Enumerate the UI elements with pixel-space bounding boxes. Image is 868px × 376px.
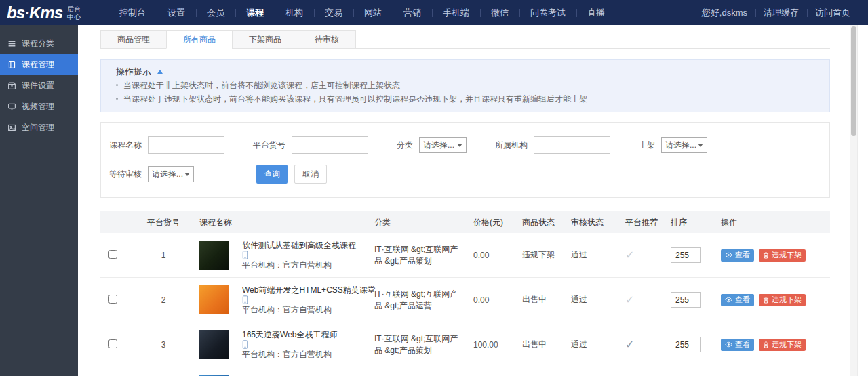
tab-all-goods[interactable]: 所有商品 <box>166 30 233 49</box>
sidebar-item-space-management[interactable]: 空间管理 <box>0 117 78 138</box>
nav-item-website[interactable]: 网站 <box>353 0 393 25</box>
book-icon <box>7 60 16 69</box>
audit-select[interactable]: 请选择... <box>148 166 194 182</box>
admin-screen: bs·Kms 后台 中心 控制台 设置 会员 课程 机构 交易 网站 营销 手机… <box>0 0 868 376</box>
header-recommend: 平台推荐 <box>622 217 671 228</box>
sku-label: 平台货号 <box>253 140 285 151</box>
tab-offshelf-goods[interactable]: 下架商品 <box>232 30 298 49</box>
monitor-icon <box>7 102 16 111</box>
mobile-icon <box>242 340 248 349</box>
nav-item-institutions[interactable]: 机构 <box>275 0 314 25</box>
course-name[interactable]: Web前端开发之HTML+CSS精英课堂 <box>242 285 376 295</box>
course-thumbnail <box>199 241 229 270</box>
course-name[interactable]: 软件测试从基础到高级全栈课程 <box>242 241 356 250</box>
nav-item-console[interactable]: 控制台 <box>108 0 157 25</box>
status-value: 违规下架 <box>522 249 571 261</box>
visit-home-link[interactable]: 访问首页 <box>807 0 859 25</box>
sort-input[interactable] <box>671 247 701 263</box>
logo-text: bs·Kms <box>7 3 62 22</box>
row-checkbox[interactable] <box>108 339 117 348</box>
notice-title: 操作提示 <box>116 66 814 78</box>
archive-box-icon <box>7 81 16 90</box>
category-value: IT·互联网 &gt;互联网产品 &gt;产品策划 <box>374 244 473 267</box>
header-status: 商品状态 <box>522 217 571 228</box>
row-checkbox[interactable] <box>108 250 117 259</box>
mobile-icon <box>242 251 248 259</box>
top-user-area: 您好,dskms 清理缓存 访问首页 <box>694 0 859 25</box>
sidebar-item-courseware-settings[interactable]: 课件设置 <box>0 75 78 96</box>
eye-icon <box>725 252 732 258</box>
sku-value: 3 <box>130 340 184 350</box>
ban-button[interactable]: 违规下架 <box>759 294 806 306</box>
tab-goods-management[interactable]: 商品管理 <box>100 30 167 49</box>
nav-item-live[interactable]: 直播 <box>576 0 616 25</box>
trash-icon <box>763 297 769 304</box>
view-button[interactable]: 查看 <box>721 339 754 351</box>
tab-pending-audit[interactable]: 待审核 <box>298 30 356 49</box>
nav-item-courses[interactable]: 课程 <box>235 0 275 25</box>
view-button[interactable]: 查看 <box>721 294 754 306</box>
audit-value: 通过 <box>571 339 622 350</box>
nav-item-settings[interactable]: 设置 <box>157 0 196 25</box>
course-name-label: 课程名称 <box>109 140 142 151</box>
ban-button[interactable]: 违规下架 <box>759 339 806 351</box>
shelf-select[interactable]: 请选择... <box>661 137 707 153</box>
category-select[interactable]: 请选择... <box>419 137 467 153</box>
org-label: 所属机构 <box>495 140 528 151</box>
clear-cache-link[interactable]: 清理缓存 <box>755 0 807 25</box>
app-logo: bs·Kms 后台 中心 <box>7 3 108 22</box>
image-icon <box>7 123 16 132</box>
course-thumbnail <box>199 330 229 359</box>
operation-notice: 操作提示 当课程处于非上架状态时，前台将不能浏览该课程，店主可控制课程上架状态 … <box>100 59 830 112</box>
audit-wait-label: 等待审核 <box>109 169 142 180</box>
user-greeting[interactable]: 您好,dskms <box>694 0 755 25</box>
nav-item-survey[interactable]: 问卷考试 <box>519 0 576 25</box>
mobile-icon <box>242 295 248 304</box>
collapse-icon[interactable] <box>157 67 163 74</box>
view-button[interactable]: 查看 <box>721 249 754 262</box>
shelf-label: 上架 <box>639 140 655 151</box>
sku-input[interactable] <box>292 136 368 154</box>
category-value: IT·互联网 &gt;互联网产品 &gt;产品策划 <box>374 333 473 356</box>
notice-line: 当课程处于违规下架状态时，前台将不能购买该课程，只有管理员可以控制课程是否违规下… <box>116 93 814 105</box>
sort-input[interactable] <box>671 292 701 308</box>
table-row: 2 Web前端开发之HTML+CSS精英课堂 平台机构：官方自营机构 IT·互联… <box>100 278 830 322</box>
chevron-down-icon <box>698 144 703 150</box>
status-value: 出售中 <box>522 339 571 350</box>
nav-item-wechat[interactable]: 微信 <box>480 0 519 25</box>
org-input[interactable] <box>534 136 610 154</box>
scrollbar-thumb[interactable] <box>851 26 856 136</box>
eye-icon <box>725 341 732 348</box>
recommend-check-icon[interactable]: ✓ <box>625 249 634 261</box>
course-name[interactable]: 165天逆袭Web全栈工程师 <box>242 330 337 339</box>
chevron-down-icon <box>457 144 462 150</box>
course-name-input[interactable] <box>148 136 224 154</box>
nav-item-mobile[interactable]: 手机端 <box>432 0 480 25</box>
category-label: 分类 <box>397 140 413 151</box>
reset-button[interactable]: 取消 <box>294 165 327 184</box>
sidebar-item-video-management[interactable]: 视频管理 <box>0 96 78 117</box>
sku-value: 2 <box>130 295 184 305</box>
nav-item-trade[interactable]: 交易 <box>314 0 353 25</box>
header-sku: 平台货号 <box>130 217 184 228</box>
list-icon <box>7 39 16 48</box>
course-org: 平台机构：官方自营机构 <box>242 260 356 270</box>
nav-item-members[interactable]: 会员 <box>196 0 235 25</box>
audit-value: 通过 <box>571 249 622 261</box>
recommend-check-icon[interactable]: ✓ <box>625 294 634 306</box>
sort-input[interactable] <box>671 337 701 352</box>
row-checkbox[interactable] <box>108 295 117 304</box>
sidebar-item-course-category[interactable]: 课程分类 <box>0 33 78 54</box>
header-price: 价格(元) <box>473 217 522 228</box>
chevron-down-icon <box>184 173 190 179</box>
price-value: 0.00 <box>473 295 522 305</box>
search-button[interactable]: 查询 <box>256 165 288 184</box>
recommend-check-icon[interactable]: ✓ <box>625 339 634 350</box>
table-row: 3 165天逆袭Web全栈工程师 平台机构：官方自营机构 IT·互联网 &gt;… <box>100 322 830 367</box>
sku-value: 1 <box>130 251 184 260</box>
vertical-scrollbar[interactable] <box>850 25 858 376</box>
tab-bar: 商品管理 所有商品 下架商品 待审核 <box>100 30 830 49</box>
ban-button[interactable]: 违规下架 <box>759 249 806 262</box>
nav-item-marketing[interactable]: 营销 <box>393 0 432 25</box>
sidebar-item-course-management[interactable]: 课程管理 <box>0 54 78 75</box>
